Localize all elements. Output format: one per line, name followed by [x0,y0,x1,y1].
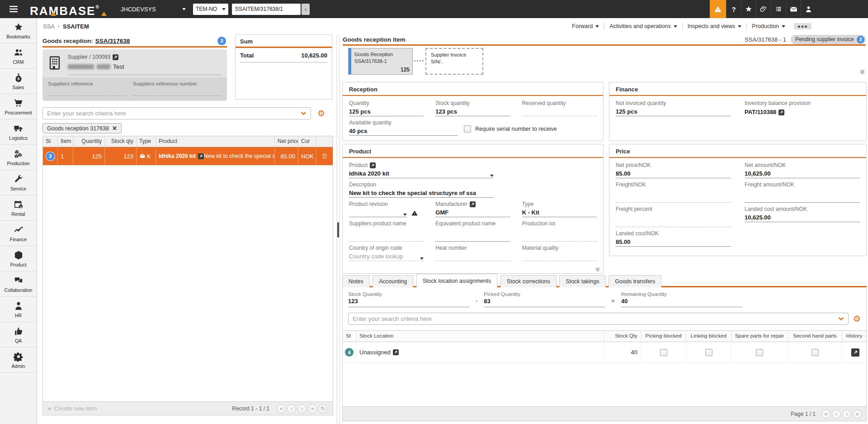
sidebar-item-bookmarks[interactable]: Bookmarks [0,18,37,43]
first-page-button[interactable]: « [821,410,830,419]
external-link-icon[interactable] [113,54,118,60]
external-link-icon[interactable] [470,201,476,207]
first-page-button[interactable]: « [277,404,286,413]
second-hand-checkbox[interactable] [811,349,819,356]
picking-blocked-checkbox[interactable] [660,349,667,356]
global-search-input[interactable] [232,4,301,15]
linking-blocked-checkbox[interactable] [705,349,712,356]
sidebar-item-admin[interactable]: Admin [0,348,37,373]
dropdown-caret-icon[interactable] [403,214,407,216]
dropdown-caret-icon[interactable] [420,257,424,260]
col-history[interactable]: History [842,331,866,342]
col-cur[interactable]: Cur [298,136,316,147]
sidebar-item-finance[interactable]: Finance [0,221,37,246]
help-button[interactable]: ? [726,0,741,18]
next-page-button[interactable]: › [297,404,307,413]
sidebar-item-product[interactable]: Product [0,246,37,272]
system-name[interactable]: JHCDEVSYS [121,6,156,13]
sidebar-item-sales[interactable]: $ Sales [0,69,37,94]
suppliers-reference-field[interactable] [48,95,127,96]
col-st[interactable]: St [343,331,356,342]
external-link-icon[interactable] [198,153,204,159]
refresh-button[interactable]: ↻ [318,404,327,413]
spare-parts-checkbox[interactable] [756,349,763,356]
next-page-button[interactable]: › [842,410,851,419]
col-stock-qty[interactable]: Stock qty [105,136,137,147]
external-link-icon[interactable] [370,162,376,168]
hamburger-menu-icon[interactable] [8,4,19,14]
col-picking-blocked[interactable]: Picking blocked [641,331,686,342]
tasks-button[interactable] [771,0,786,18]
splitter-handle[interactable] [337,222,339,238]
sidebar-item-procurement[interactable]: Procurement [0,94,37,119]
sidebar-item-collaboration[interactable]: Collaboration [0,272,37,297]
stock-location-search-input[interactable] [353,315,838,322]
col-item[interactable]: Item [58,136,73,147]
production-menu[interactable]: Production [747,23,790,29]
col-product[interactable]: Product [156,136,275,147]
prev-page-button[interactable]: ‹ [832,410,841,419]
breadcrumb-root[interactable]: SSA [43,23,55,30]
search-settings-gear-icon[interactable]: ⚙ [317,109,325,118]
messages-button[interactable] [786,0,801,18]
goods-reception-doc-link[interactable]: SSA/317638 [95,38,130,44]
item-row-selected[interactable]: 3 1 125 123 K Idhika 2020 kit New kit to… [43,147,333,165]
tab-stock-corrections[interactable]: Stock corrections [500,275,557,287]
search-collapse-button[interactable]: ‹ [302,4,310,15]
sidebar-item-service[interactable]: Service [0,170,37,195]
search-expand-chevron-icon[interactable] [301,111,307,115]
filter-chip[interactable]: Goods reception 317638 ✕ [42,123,122,133]
doc-type-select[interactable]: TEM-NO [193,4,228,15]
tab-stock-takings[interactable]: Stock takings [559,275,605,287]
sidebar-item-crm[interactable]: CRM [0,43,37,69]
last-page-button[interactable]: » [853,410,862,419]
sidebar-item-hr[interactable]: HR [0,297,37,322]
sidebar-item-production[interactable]: Production [0,145,37,170]
item-search-input[interactable] [47,110,301,117]
search-expand-chevron-icon[interactable] [838,317,844,321]
stock-location-row[interactable]: 4 Unassigned 40 [343,342,866,363]
favorites-button[interactable]: ★ [741,0,756,18]
forward-menu[interactable]: Forward [567,23,604,29]
chip-close-icon[interactable]: ✕ [112,125,117,132]
tab-goods-transfers[interactable]: Goods transfers [609,275,661,287]
flow-card-goods-reception[interactable]: Goods Reception SSA/317638-1 125 [348,48,413,75]
external-link-icon[interactable] [778,110,784,115]
history-link-icon[interactable] [851,348,859,357]
col-st[interactable]: St [43,136,58,147]
col-stock-qty[interactable]: Stock Qty [604,331,641,342]
suppliers-reference-number-field[interactable] [133,95,222,96]
sidebar-item-logistics[interactable]: Logistics [0,119,37,145]
dropdown-caret-icon[interactable] [490,175,494,177]
attachments-button[interactable] [756,0,771,18]
tab-accounting[interactable]: Accounting [373,275,413,287]
sidebar-item-rental[interactable]: $ Rental [0,195,37,221]
search-settings-gear-icon[interactable]: ⚙ [853,314,861,323]
flow-card-supplier-invoice[interactable]: Supplier Invoice SIN/.. [425,48,483,75]
trash-icon[interactable] [321,152,328,160]
collapse-flow-chevron-icon[interactable] [859,69,865,75]
pane-splitter[interactable] [336,34,340,424]
alerts-button[interactable] [710,0,726,18]
col-type[interactable]: Type [137,136,156,147]
tab-stock-location-assignments[interactable]: Stock location assignments [416,274,497,287]
col-spare-parts[interactable]: Spare parts for repair [731,331,788,342]
last-page-button[interactable]: » [308,404,317,413]
col-second-hand[interactable]: Second hand parts [788,331,842,342]
account-button[interactable] [801,0,816,18]
activities-operations-menu[interactable]: Activities and operations [604,23,682,29]
col-linking-blocked[interactable]: Linking blocked [686,331,731,342]
col-quantity[interactable]: Quantity [73,136,105,147]
col-stock-location[interactable]: Stock Location [356,331,604,342]
require-serial-checkbox[interactable] [464,125,471,133]
tab-notes[interactable]: Notes [342,275,370,287]
sidebar-item-qa[interactable]: QA [0,322,37,348]
col-net-price[interactable]: Net price [275,136,298,147]
system-dropdown-caret-icon[interactable] [182,8,186,10]
external-link-icon[interactable] [393,349,399,355]
prev-page-button[interactable]: ‹ [287,404,296,413]
create-new-item-button[interactable]: + Create new item [47,405,97,412]
inspects-views-menu[interactable]: Inspects and views [683,23,747,29]
scroll-more-chevron-icon[interactable] [595,267,600,272]
more-options-button[interactable]: ●●● [794,23,811,29]
